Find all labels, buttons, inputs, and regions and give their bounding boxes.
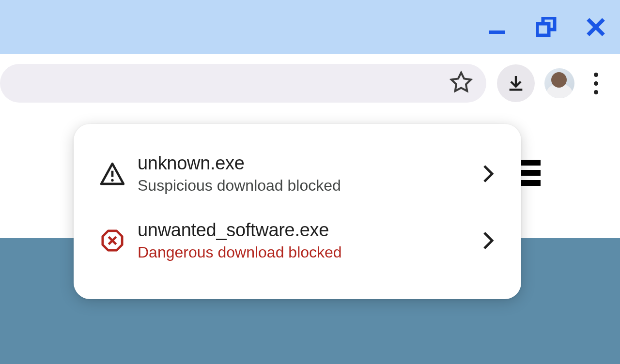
downloads-button[interactable] — [497, 64, 535, 102]
more-menu-button[interactable] — [584, 69, 607, 98]
download-item[interactable]: unknown.exe Suspicious download blocked — [78, 140, 516, 207]
chevron-right-icon — [479, 231, 498, 250]
svg-marker-5 — [451, 73, 471, 91]
svg-rect-0 — [489, 30, 505, 34]
warning-triangle-icon — [99, 160, 126, 187]
download-item-text: unwanted_software.exe Dangerous download… — [138, 220, 479, 261]
restore-icon — [536, 17, 557, 37]
close-icon — [586, 17, 605, 37]
window-minimize-button[interactable] — [486, 16, 508, 38]
window-close-button[interactable] — [585, 16, 606, 38]
browser-toolbar — [0, 54, 620, 112]
downloads-dropdown: unknown.exe Suspicious download blocked … — [74, 124, 521, 299]
download-item-text: unknown.exe Suspicious download blocked — [138, 153, 479, 195]
chevron-right-icon — [479, 164, 498, 183]
minimize-icon — [488, 18, 506, 36]
download-status: Suspicious download blocked — [138, 177, 479, 195]
bookmark-star-icon[interactable] — [450, 71, 473, 96]
address-bar[interactable] — [0, 64, 486, 103]
svg-rect-2 — [537, 24, 549, 35]
stop-x-icon — [99, 227, 126, 254]
download-filename: unknown.exe — [138, 153, 479, 174]
download-status: Dangerous download blocked — [138, 243, 479, 261]
window-titlebar — [0, 0, 620, 54]
download-filename: unwanted_software.exe — [138, 220, 479, 241]
window-restore-button[interactable] — [536, 16, 557, 38]
svg-point-8 — [111, 179, 113, 182]
download-icon — [506, 74, 526, 93]
toolbar-actions — [497, 64, 620, 102]
download-item[interactable]: unwanted_software.exe Dangerous download… — [78, 207, 516, 274]
profile-avatar[interactable] — [544, 68, 574, 98]
